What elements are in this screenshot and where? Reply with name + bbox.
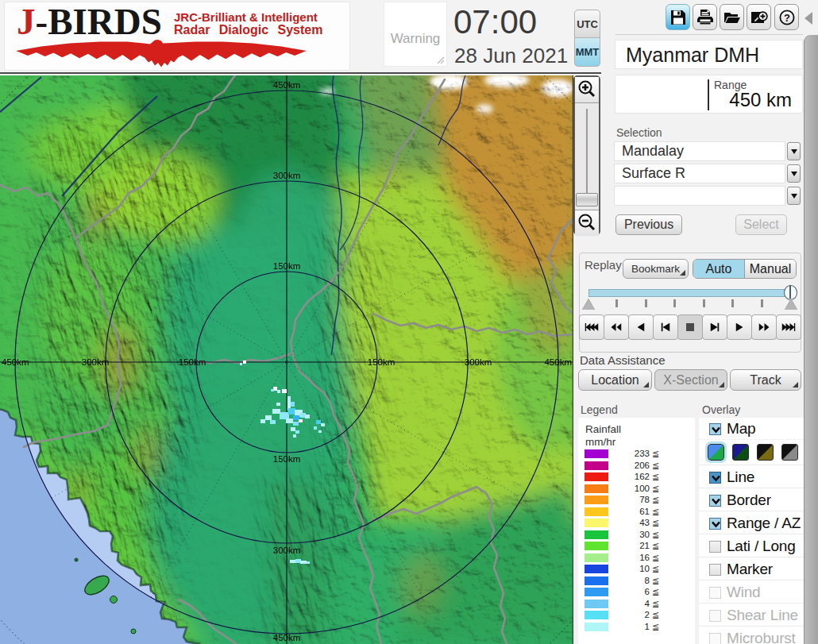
slider-tick <box>645 299 647 307</box>
bookmark-button[interactable]: Bookmark <box>623 259 689 279</box>
overlay-row-lati-long[interactable]: Lati / Long <box>699 535 804 557</box>
legend-swatch <box>585 496 608 504</box>
save-button[interactable] <box>666 4 690 30</box>
map-style-1[interactable] <box>708 444 724 461</box>
site-dropdown-arrow[interactable] <box>787 142 801 160</box>
floppy-icon <box>670 10 686 25</box>
open-button[interactable] <box>720 4 744 30</box>
svg-text:300km: 300km <box>82 357 110 367</box>
snapshot-button[interactable] <box>747 4 771 30</box>
folder-icon <box>724 10 740 25</box>
step-forward-button[interactable] <box>702 314 727 340</box>
radar-map[interactable]: 450km 300km 150km 150km 300km 450km 450k… <box>0 75 573 644</box>
step-back-icon <box>662 323 670 332</box>
legend-swatch <box>585 507 608 516</box>
collapse-panel-arrow[interactable] <box>804 12 812 25</box>
header-bar: J-BIRDS JRC-Brilliant & Intelligent Rada… <box>0 0 601 74</box>
overlay-label: Overlay <box>702 403 740 416</box>
replay-slider-track[interactable] <box>588 289 785 297</box>
zoom-slider-thumb[interactable] <box>576 193 598 206</box>
warning-label: Warning <box>384 31 446 47</box>
stop-button[interactable] <box>677 314 703 340</box>
overlay-row-range-az[interactable]: Range / AZ <box>699 512 804 534</box>
legend-row: 21≦ <box>578 542 695 551</box>
overlay-row-border[interactable]: Border <box>699 489 804 511</box>
legend-row: 2≦ <box>578 611 695 620</box>
terrain-layer: 450km 300km 150km 150km 300km 450km 450k… <box>0 75 573 644</box>
legend-row: 233≦ <box>578 449 695 459</box>
svg-text:450km: 450km <box>2 357 29 367</box>
wind-checkbox <box>709 587 721 599</box>
resize-grip-icon[interactable] <box>437 56 445 64</box>
forward-fast-button[interactable] <box>776 314 801 340</box>
overlay-row-marker[interactable]: Marker <box>699 558 804 580</box>
printer-icon <box>697 10 713 25</box>
previous-button[interactable]: Previous <box>615 214 682 235</box>
manual-button[interactable]: Manual <box>744 260 796 278</box>
map-checkbox[interactable] <box>709 423 721 435</box>
zoom-in-button[interactable] <box>575 77 599 103</box>
map-style-4[interactable] <box>781 444 798 461</box>
stop-icon <box>686 323 694 331</box>
zoom-slider-groove[interactable] <box>586 109 588 206</box>
option-dropdown-arrow[interactable] <box>787 187 801 205</box>
play-button[interactable] <box>727 314 752 340</box>
print-button[interactable] <box>693 4 717 30</box>
legend-row: 16≦ <box>578 553 695 563</box>
site-name: Myanmar DMH <box>626 44 759 67</box>
overlay-row-line[interactable]: Line <box>699 466 804 488</box>
legend-swatch <box>585 553 608 562</box>
check-icon <box>711 473 721 483</box>
option-dropdown[interactable] <box>614 186 785 206</box>
play-reverse-button[interactable] <box>628 314 654 340</box>
warning-box[interactable]: Warning <box>384 2 447 67</box>
legend-swatch <box>585 600 608 608</box>
map-style-2[interactable] <box>732 444 749 461</box>
svg-text:450km: 450km <box>273 633 301 642</box>
overlay-row-map[interactable]: Map <box>699 418 804 440</box>
location-button[interactable]: Location <box>578 369 652 391</box>
forward-button[interactable] <box>751 314 777 340</box>
app-logo: J-BIRDS JRC-Brilliant & Intelligent Rada… <box>4 2 350 71</box>
mmt-button[interactable]: MMT <box>574 38 600 67</box>
range-az-checkbox[interactable] <box>709 518 721 530</box>
border-checkbox[interactable] <box>709 495 721 507</box>
auto-button[interactable]: Auto <box>693 260 744 278</box>
legend-panel: Rainfall mm/hr 233≦ 206≦ 162≦ 100≦ 78≦ 6… <box>578 418 695 644</box>
legend-swatch <box>585 623 608 631</box>
legend-swatch <box>585 542 608 550</box>
range-divider <box>708 79 709 110</box>
legend-row: 206≦ <box>578 461 695 471</box>
replay-mode-switch: Auto Manual <box>693 259 797 279</box>
legend-label: Legend <box>581 403 618 416</box>
step-forward-icon <box>711 323 720 332</box>
select-button[interactable]: Select <box>735 214 787 235</box>
line-checkbox[interactable] <box>709 472 721 484</box>
slider-start-marker[interactable] <box>582 299 595 310</box>
legend-swatch <box>585 519 608 527</box>
slider-end-marker[interactable] <box>785 299 797 310</box>
rewind-fast-button[interactable] <box>579 314 604 340</box>
legend-swatch <box>585 588 608 596</box>
svg-text:150km: 150km <box>273 261 301 271</box>
zoom-out-button[interactable] <box>575 210 599 236</box>
rewind-button[interactable] <box>604 314 629 340</box>
lati-long-checkbox[interactable] <box>709 541 721 553</box>
step-back-button[interactable] <box>653 314 678 340</box>
map-style-3[interactable] <box>757 444 774 461</box>
help-button[interactable]: ? <box>774 4 799 30</box>
product-dropdown[interactable]: Surface R <box>614 164 785 183</box>
playback-controls <box>580 314 801 340</box>
legend-row: 10≦ <box>578 565 695 574</box>
track-button[interactable]: Track <box>730 369 801 391</box>
legend-row: 100≦ <box>578 484 695 494</box>
product-dropdown-arrow[interactable] <box>787 164 801 183</box>
utc-button[interactable]: UTC <box>574 10 600 38</box>
check-icon <box>711 519 721 529</box>
xsection-button[interactable]: X-Section <box>654 369 727 391</box>
legend-row: 78≦ <box>578 496 695 505</box>
legend-row: 30≦ <box>578 530 695 540</box>
side-sash[interactable] <box>804 35 818 644</box>
site-dropdown[interactable]: Mandalay <box>614 141 785 161</box>
marker-checkbox[interactable] <box>709 564 721 576</box>
